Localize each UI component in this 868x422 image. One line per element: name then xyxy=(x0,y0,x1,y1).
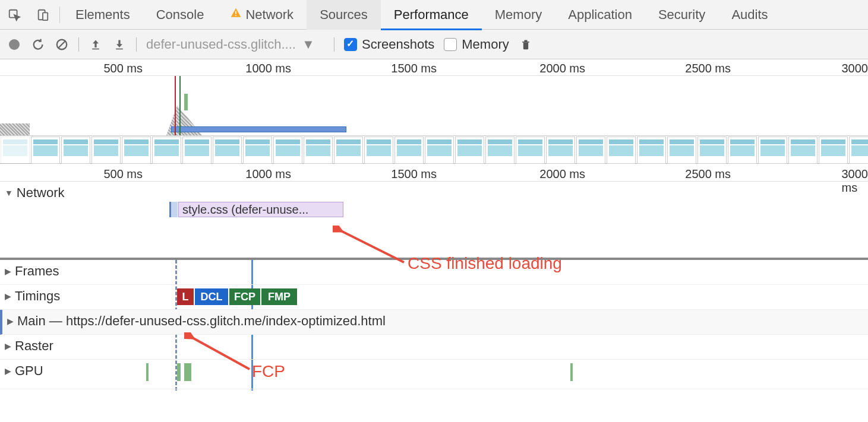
ruler-tick: 1000 ms xyxy=(245,167,291,181)
frame-thumb[interactable] xyxy=(364,137,393,164)
expand-icon: ▶ xyxy=(5,266,11,276)
track-label: GPU xyxy=(15,363,43,379)
device-icon[interactable] xyxy=(29,0,57,30)
fcp-marker xyxy=(179,76,181,135)
svg-rect-3 xyxy=(236,11,237,14)
frame-thumb[interactable] xyxy=(546,137,575,164)
ruler-tick: 2000 ms xyxy=(539,167,585,181)
reload-button[interactable] xyxy=(31,37,45,52)
overview-panel[interactable]: 500 ms 1000 ms 1500 ms 2000 ms 2500 ms 3… xyxy=(0,59,868,164)
frame-thumb[interactable] xyxy=(697,137,727,164)
frame-thumb[interactable] xyxy=(576,137,605,164)
gpu-activity xyxy=(570,363,573,381)
warning-icon xyxy=(230,7,242,23)
frame-thumb[interactable] xyxy=(394,137,424,164)
frames-track[interactable]: ▶Frames xyxy=(0,260,868,285)
frame-thumb[interactable] xyxy=(455,137,484,164)
svg-rect-4 xyxy=(236,15,237,16)
expand-icon: ▶ xyxy=(7,316,14,326)
tab-sources[interactable]: Sources xyxy=(307,0,381,30)
inspect-icon[interactable] xyxy=(0,0,29,30)
overview-ruler: 500 ms 1000 ms 1500 ms 2000 ms 2500 ms 3… xyxy=(0,59,868,76)
network-track[interactable]: ▼ Network style.css (defer-unuse... xyxy=(0,182,868,259)
frame-thumb[interactable] xyxy=(637,137,666,164)
ruler-tick: 3000 xyxy=(842,62,869,75)
frame-thumb[interactable] xyxy=(425,137,454,164)
separator xyxy=(78,37,79,52)
profile-dropdown[interactable]: defer-unused-css.glitch.... ▼ xyxy=(146,37,324,52)
tab-audits[interactable]: Audits xyxy=(718,0,781,30)
timings-track[interactable]: ▶Timings L DCL FCP FMP xyxy=(0,285,868,310)
tab-performance[interactable]: Performance xyxy=(381,0,482,30)
network-request-bar[interactable]: style.css (defer-unuse... xyxy=(178,202,343,217)
gpu-activity xyxy=(146,363,149,381)
load-marker xyxy=(175,76,176,135)
frame-thumb[interactable] xyxy=(788,137,818,164)
frame-thumb[interactable] xyxy=(607,137,636,164)
ruler-tick: 2500 ms xyxy=(685,62,731,75)
frame-thumb[interactable] xyxy=(334,137,363,164)
frame-thumb[interactable] xyxy=(1,137,30,164)
filmstrip[interactable] xyxy=(0,135,868,164)
raster-track[interactable]: ▶Raster xyxy=(0,335,868,360)
record-button[interactable] xyxy=(7,37,21,52)
frame-thumb[interactable] xyxy=(304,137,333,164)
timing-marker-l[interactable]: L xyxy=(177,288,194,305)
tab-memory[interactable]: Memory xyxy=(482,0,555,30)
frame-thumb[interactable] xyxy=(152,137,181,164)
download-icon[interactable] xyxy=(112,37,127,52)
clear-button[interactable] xyxy=(55,37,69,52)
frame-thumb[interactable] xyxy=(61,137,90,164)
ruler-tick: 1000 ms xyxy=(245,62,291,75)
gpu-track[interactable]: ▶GPU xyxy=(0,360,868,389)
frame-thumb[interactable] xyxy=(122,137,151,164)
memory-checkbox[interactable]: Memory xyxy=(444,37,509,52)
track-label: Frames xyxy=(15,264,59,279)
frame-thumb[interactable] xyxy=(728,137,757,164)
svg-rect-9 xyxy=(522,42,529,43)
track-label: Network xyxy=(17,185,65,201)
upload-icon[interactable] xyxy=(89,37,103,52)
network-track-header[interactable]: ▼ Network xyxy=(0,182,70,204)
frame-thumb[interactable] xyxy=(667,137,696,164)
frame-thumb[interactable] xyxy=(213,137,242,164)
frame-thumb[interactable] xyxy=(31,137,60,164)
svg-rect-7 xyxy=(92,48,99,49)
tab-console[interactable]: Console xyxy=(143,0,217,30)
track-label: Raster xyxy=(15,338,53,354)
trash-icon[interactable] xyxy=(519,37,533,52)
tab-application[interactable]: Application xyxy=(555,0,645,30)
frame-thumb[interactable] xyxy=(485,137,515,164)
tab-network[interactable]: Network xyxy=(217,0,307,30)
timing-marker-fcp[interactable]: FCP xyxy=(229,288,260,305)
frame-thumb[interactable] xyxy=(849,137,868,164)
separator xyxy=(334,37,334,52)
frame-thumb[interactable] xyxy=(273,137,302,164)
devtools-tab-bar: Elements Console Network Sources Perform… xyxy=(0,0,868,30)
ruler-tick: 1500 ms xyxy=(391,62,437,75)
frame-thumb[interactable] xyxy=(91,137,121,164)
main-track[interactable]: ▶Main — https://defer-unused-css.glitch.… xyxy=(0,310,868,335)
checkbox-icon xyxy=(344,38,357,51)
performance-toolbar: defer-unused-css.glitch.... ▼ Screenshot… xyxy=(0,30,868,59)
separator xyxy=(136,37,137,52)
overview-body xyxy=(0,76,868,135)
expand-icon: ▶ xyxy=(5,341,11,351)
frame-thumb[interactable] xyxy=(243,137,272,164)
tab-security[interactable]: Security xyxy=(645,0,718,30)
gpu-activity xyxy=(184,363,191,381)
cpu-activity xyxy=(0,123,30,135)
selection-range[interactable] xyxy=(171,126,346,132)
frame-thumb[interactable] xyxy=(516,137,545,164)
detail-ruler: 500 ms 1000 ms 1500 ms 2000 ms 2500 ms 3… xyxy=(0,165,868,182)
screenshots-checkbox[interactable]: Screenshots xyxy=(344,37,434,52)
frame-thumb[interactable] xyxy=(758,137,787,164)
timing-marker-dcl[interactable]: DCL xyxy=(195,288,228,305)
frame-thumb[interactable] xyxy=(819,137,848,164)
tab-elements[interactable]: Elements xyxy=(62,0,143,30)
frame-thumb[interactable] xyxy=(182,137,212,164)
ruler-tick: 2500 ms xyxy=(685,167,731,181)
timing-marker-fmp[interactable]: FMP xyxy=(261,288,297,305)
lower-panel: •••• ▶Frames ▶Timings L DCL FCP FMP ▶Mai… xyxy=(0,259,868,389)
activity-bar xyxy=(184,94,188,110)
